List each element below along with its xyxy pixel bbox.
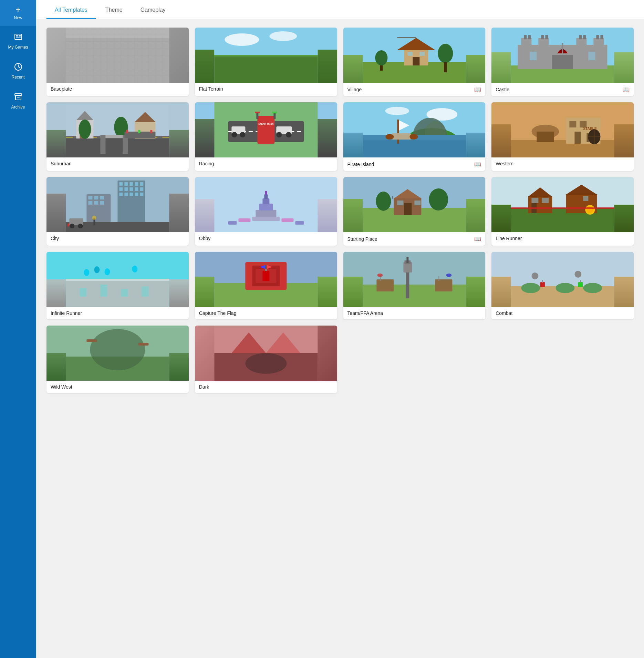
template-footer-suburban: Suburban: [46, 157, 189, 170]
template-book-icon-castle[interactable]: 📖: [623, 86, 630, 93]
template-footer-castle: Castle📖: [491, 83, 634, 96]
games-icon: [13, 32, 23, 43]
svg-rect-123: [129, 193, 133, 196]
template-card-suburban[interactable]: Suburban: [46, 102, 189, 171]
template-card-city[interactable]: City: [46, 177, 189, 246]
svg-rect-124: [135, 193, 138, 196]
sidebar-item-archive[interactable]: Archive: [0, 86, 36, 116]
svg-rect-24: [407, 52, 413, 56]
template-card-obby[interactable]: Obby: [195, 177, 337, 246]
svg-rect-38: [524, 35, 527, 39]
tab-gameplay[interactable]: Gameplay: [132, 2, 174, 19]
template-label-pirate-island: Pirate Island: [347, 162, 374, 167]
svg-rect-46: [552, 55, 573, 69]
svg-rect-101: [575, 132, 581, 144]
template-card-castle[interactable]: Castle📖: [491, 28, 634, 96]
template-card-combat[interactable]: Combat: [491, 252, 634, 319]
template-label-infinite-runner: Infinite Runner: [51, 310, 82, 316]
svg-rect-30: [444, 62, 447, 72]
svg-rect-2: [19, 35, 21, 37]
svg-point-182: [94, 266, 100, 273]
svg-point-17: [225, 33, 259, 46]
svg-rect-47: [562, 43, 563, 53]
template-label-partial2: Dark: [199, 384, 209, 390]
svg-rect-120: [140, 187, 143, 191]
svg-rect-145: [264, 194, 268, 199]
sidebar-item-my-games[interactable]: My Games: [0, 26, 36, 56]
svg-rect-209: [521, 283, 540, 293]
tab-all-templates[interactable]: All Templates: [46, 2, 96, 19]
svg-point-205: [377, 274, 383, 277]
sidebar-item-recent[interactable]: Recent: [0, 56, 36, 86]
svg-rect-112: [124, 182, 128, 186]
svg-rect-117: [124, 187, 128, 191]
svg-rect-162: [511, 208, 614, 232]
svg-rect-155: [397, 201, 403, 205]
svg-rect-210: [556, 283, 575, 293]
template-card-infinite-runner[interactable]: Infinite Runner: [46, 252, 189, 319]
template-image-partial2: [195, 326, 337, 381]
svg-rect-0: [15, 34, 22, 40]
template-card-capture-flag[interactable]: Capture The Flag: [195, 252, 337, 319]
template-image-partial1: [46, 326, 189, 381]
svg-point-94: [385, 134, 394, 140]
svg-rect-3: [16, 37, 21, 38]
template-card-baseplate[interactable]: Baseplate: [46, 28, 189, 96]
template-footer-combat: Combat: [491, 307, 634, 319]
template-book-icon-pirate-island[interactable]: 📖: [474, 161, 481, 167]
svg-rect-51: [66, 137, 169, 157]
svg-point-138: [78, 224, 83, 228]
svg-rect-154: [404, 203, 412, 215]
template-label-flat-terrain: Flat Terrain: [199, 86, 223, 92]
svg-rect-158: [392, 196, 393, 199]
template-footer-line-runner: Line Runner: [491, 232, 634, 245]
svg-rect-177: [80, 288, 86, 297]
template-image-pirate-island: [343, 102, 486, 157]
template-card-pirate-island[interactable]: Pirate Island📖: [343, 102, 486, 171]
template-card-partial1[interactable]: Wild West: [46, 326, 189, 393]
svg-rect-35: [539, 38, 549, 48]
template-book-icon-starting-place[interactable]: 📖: [474, 236, 481, 242]
svg-rect-148: [281, 218, 293, 222]
svg-point-74: [231, 132, 237, 137]
template-card-line-runner[interactable]: Line Runner: [491, 177, 634, 246]
svg-rect-222: [138, 343, 148, 346]
template-card-flat-terrain[interactable]: Flat Terrain: [195, 28, 337, 96]
svg-rect-192: [265, 265, 267, 269]
template-footer-partial2: Dark: [195, 381, 337, 393]
sidebar-item-new[interactable]: + New: [0, 0, 36, 26]
template-image-suburban: [46, 102, 189, 157]
svg-rect-180: [142, 286, 148, 297]
svg-point-159: [376, 192, 391, 211]
svg-rect-1: [16, 35, 18, 37]
svg-point-85: [385, 107, 409, 115]
svg-rect-45: [601, 35, 603, 39]
svg-rect-144: [262, 198, 269, 204]
svg-rect-165: [542, 198, 549, 203]
tab-theme[interactable]: Theme: [97, 2, 131, 19]
svg-rect-71: [257, 116, 274, 144]
template-card-village[interactable]: Village📖: [343, 28, 486, 96]
template-image-obby: [195, 177, 337, 232]
template-label-baseplate: Baseplate: [51, 86, 72, 92]
template-card-team-arena[interactable]: Team/FFA Arena: [343, 252, 486, 319]
template-label-city: City: [51, 236, 59, 241]
template-card-racing[interactable]: Start/Finish Racing: [195, 102, 337, 171]
template-card-western[interactable]: STABLE Western: [491, 102, 634, 171]
svg-rect-44: [596, 35, 599, 39]
svg-rect-65: [126, 130, 128, 133]
template-label-line-runner: Line Runner: [496, 236, 522, 241]
template-footer-village: Village📖: [343, 83, 486, 96]
svg-rect-179: [121, 289, 128, 297]
template-card-starting-place[interactable]: Starting Place📖: [343, 177, 486, 246]
recent-icon: [13, 62, 23, 73]
template-footer-pirate-island: Pirate Island📖: [343, 157, 486, 171]
svg-rect-164: [532, 198, 539, 203]
svg-rect-131: [94, 201, 98, 205]
template-card-partial2[interactable]: Dark: [195, 326, 337, 393]
template-book-icon-village[interactable]: 📖: [474, 86, 481, 93]
tab-bar: All Templates Theme Gameplay: [36, 0, 644, 19]
svg-rect-80: [255, 112, 260, 113]
svg-rect-115: [140, 182, 143, 186]
template-footer-city: City: [46, 232, 189, 245]
